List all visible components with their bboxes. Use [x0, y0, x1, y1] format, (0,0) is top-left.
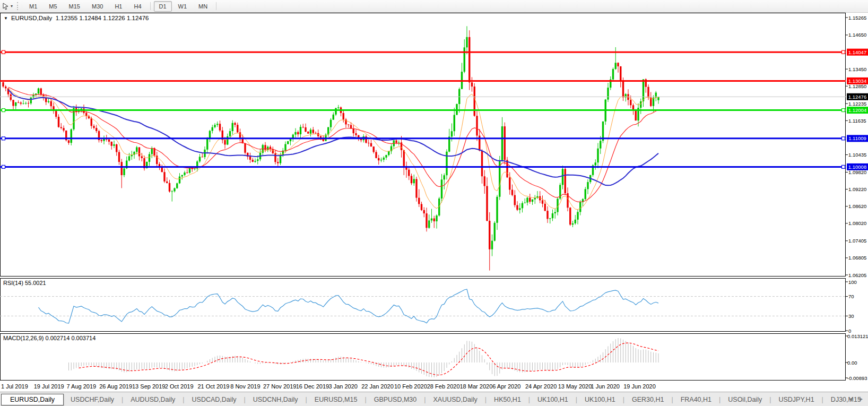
price-label-1.12476: 1.12476 — [847, 93, 868, 100]
timeframe-button-d1[interactable]: D1 — [154, 1, 172, 12]
svg-text:1.14650: 1.14650 — [848, 32, 866, 38]
timeframe-button-m15[interactable]: M15 — [64, 1, 85, 12]
timeframe-button-mn[interactable]: MN — [193, 1, 213, 12]
tab-scroll-controls: ◄ ► — [848, 396, 864, 402]
timeframe-button-h4[interactable]: H4 — [128, 1, 146, 12]
svg-text:6 Apr 2020: 6 Apr 2020 — [492, 383, 520, 390]
chart-tab-eurusd-m15[interactable]: EURUSD,M15 — [308, 394, 364, 405]
chart-tab-bar: EURUSD,DailyUSDCHF,Daily|AUDUSD,Daily|US… — [0, 392, 868, 406]
rsi-panel[interactable] — [1, 279, 846, 332]
svg-text:1.10008: 1.10008 — [848, 164, 866, 170]
svg-text:1.10435: 1.10435 — [848, 152, 866, 158]
chart-tab-uk100-h1[interactable]: UK100,H1 — [531, 394, 575, 405]
timeframe-button-w1[interactable]: W1 — [173, 1, 193, 12]
price-label-1.11009: 1.11009 — [847, 135, 868, 142]
tab-scroll-left-icon[interactable]: ◄ — [848, 396, 853, 402]
svg-text:1.07405: 1.07405 — [848, 238, 866, 244]
timeframe-button-h1[interactable]: H1 — [109, 1, 127, 12]
svg-text:1.11009: 1.11009 — [848, 135, 866, 141]
toolbar-grip[interactable] — [17, 2, 20, 10]
rsi-indicator-label: RSI(14) 55.0021 — [3, 280, 46, 286]
svg-text:19 Jun 2020: 19 Jun 2020 — [623, 383, 656, 390]
chart-tab-usoil-daily[interactable]: USOil,Daily — [721, 394, 769, 405]
svg-text:13 May 2020: 13 May 2020 — [558, 383, 592, 390]
macd-panel[interactable] — [1, 334, 846, 381]
toolbar-separator — [150, 2, 151, 10]
timeframe-button-m30[interactable]: M30 — [86, 1, 108, 12]
svg-text:28 Feb 2020: 28 Feb 2020 — [427, 383, 460, 390]
timeframe-button-m1[interactable]: M1 — [24, 1, 42, 12]
chart-tab-uk100-h1[interactable]: UK100,H1 — [578, 394, 622, 405]
chart-canvas[interactable]: 1.152651.146501.134501.128501.122351.116… — [0, 0, 868, 392]
svg-text:1.09220: 1.09220 — [848, 186, 866, 192]
price-label-1.12004: 1.12004 — [847, 107, 868, 114]
price-label-1.10008: 1.10008 — [847, 163, 868, 170]
svg-text:1.12004: 1.12004 — [848, 107, 866, 113]
svg-text:100: 100 — [848, 279, 857, 285]
chart-ohlc-readout: 1.12355 1.12484 1.12226 1.12476 — [56, 15, 149, 21]
svg-text:7 Aug 2019: 7 Aug 2019 — [67, 383, 97, 390]
svg-text:27 Nov 2019: 27 Nov 2019 — [263, 383, 296, 390]
svg-text:1.13034: 1.13034 — [848, 78, 866, 84]
svg-text:24 Apr 2020: 24 Apr 2020 — [525, 383, 557, 390]
price-axis[interactable]: 1.152651.146501.134501.128501.122351.116… — [846, 15, 868, 381]
tool-dropdown-caret[interactable]: ▾ — [11, 4, 13, 8]
svg-text:1.12235: 1.12235 — [848, 101, 866, 107]
svg-text:2 Oct 2019: 2 Oct 2019 — [165, 383, 194, 390]
svg-text:1 Jul 2019: 1 Jul 2019 — [1, 383, 28, 390]
tab-scroll-right-icon[interactable]: ► — [858, 396, 864, 402]
cursor-icon — [2, 3, 9, 10]
date-axis[interactable]: 1 Jul 201919 Jul 20197 Aug 201926 Aug 20… — [1, 383, 656, 390]
svg-text:3 Jan 2020: 3 Jan 2020 — [329, 383, 358, 390]
svg-text:1.14047: 1.14047 — [848, 49, 866, 55]
svg-text:0.013121: 0.013121 — [847, 333, 868, 339]
chart-tab-xauusd-daily[interactable]: XAUUSD,Daily — [427, 394, 484, 405]
svg-text:1.15265: 1.15265 — [848, 15, 866, 21]
toolbar: ▾ M1M5M15M30H1H4D1W1MN — [0, 0, 868, 13]
svg-text:22 Jan 2020: 22 Jan 2020 — [361, 383, 394, 390]
chart-tab-usdcnh-daily[interactable]: USDCNH,Daily — [246, 394, 305, 405]
svg-text:30: 30 — [848, 313, 854, 319]
chart-title: ▼EURUSD,Daily 1.12355 1.12484 1.12226 1.… — [4, 15, 149, 21]
svg-text:1.06805: 1.06805 — [848, 255, 866, 261]
svg-text:18 Mar 2020: 18 Mar 2020 — [460, 383, 493, 390]
chart-tab-eurusd-daily[interactable]: EURUSD,Daily — [1, 394, 64, 405]
svg-text:1.06205: 1.06205 — [848, 272, 866, 278]
svg-text:70: 70 — [848, 293, 854, 299]
chart-tab-usdcad-daily[interactable]: USDCAD,Daily — [185, 394, 244, 405]
chart-tab-gbpusd-m30[interactable]: GBPUSD,M30 — [367, 394, 424, 405]
macd-indicator-label: MACD(12,26,9) 0.002714 0.003714 — [3, 335, 96, 341]
price-label-1.14047: 1.14047 — [847, 49, 868, 56]
svg-text:21 Oct 2019: 21 Oct 2019 — [198, 383, 230, 390]
chart-tab-ger30-h1[interactable]: GER30,H1 — [625, 394, 671, 405]
svg-text:10 Feb 2020: 10 Feb 2020 — [394, 383, 427, 390]
svg-text:0.00: 0.00 — [847, 360, 857, 366]
svg-text:16 Dec 2019: 16 Dec 2019 — [296, 383, 329, 390]
svg-text:1.12476: 1.12476 — [848, 94, 866, 100]
timeframe-button-m5[interactable]: M5 — [44, 1, 62, 12]
svg-text:1.08020: 1.08020 — [848, 220, 866, 226]
price-label-1.13034: 1.13034 — [847, 77, 868, 84]
mt4-terminal-window: { "toolbar": { "cursor_tool": "cursor-to… — [0, 0, 868, 406]
chart-tab-hk50-h1[interactable]: HK50,H1 — [487, 394, 528, 405]
collapse-objects-icon[interactable]: ▼ — [4, 16, 8, 21]
toolbar-separator — [216, 2, 216, 10]
svg-text:8 Nov 2019: 8 Nov 2019 — [230, 383, 260, 390]
svg-text:26 Aug 2019: 26 Aug 2019 — [99, 383, 132, 390]
svg-text:1.08620: 1.08620 — [848, 203, 866, 209]
chart-tab-audusd-daily[interactable]: AUDUSD,Daily — [124, 394, 182, 405]
svg-text:1.13450: 1.13450 — [848, 66, 866, 72]
svg-text:-0.00893: -0.00893 — [847, 375, 867, 381]
chart-tab-usdchf-daily[interactable]: USDCHF,Daily — [64, 394, 121, 405]
svg-text:1.11635: 1.11635 — [848, 118, 866, 124]
cursor-tool-button[interactable]: ▾ — [1, 2, 14, 11]
chart-tab-fra40-h1[interactable]: FRA40,H1 — [674, 394, 718, 405]
chart-tab-usdjpy-h1[interactable]: USDJPY,H1 — [771, 394, 821, 405]
svg-text:19 Jul 2019: 19 Jul 2019 — [34, 383, 64, 390]
svg-text:1 Jun 2020: 1 Jun 2020 — [591, 383, 620, 390]
chart-symbol-label: EURUSD,Daily — [11, 15, 52, 21]
svg-text:13 Sep 2019: 13 Sep 2019 — [132, 383, 165, 390]
